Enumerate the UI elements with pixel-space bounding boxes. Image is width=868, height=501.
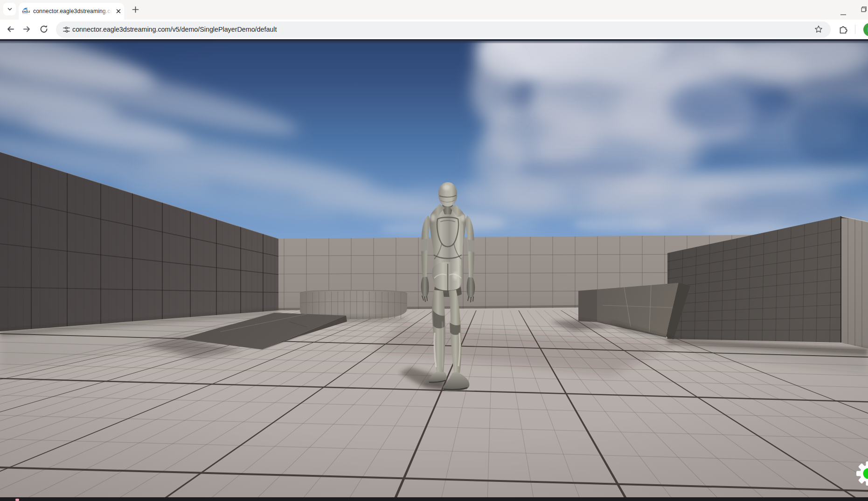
svg-text:EAGLE: EAGLE [22, 10, 30, 13]
